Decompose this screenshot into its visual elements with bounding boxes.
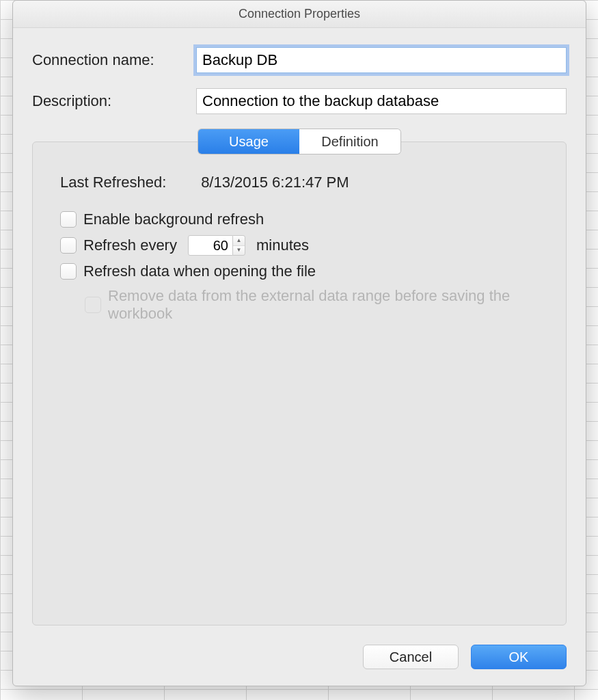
last-refreshed-label: Last Refreshed: (60, 174, 197, 191)
tab-definition[interactable]: Definition (299, 129, 400, 154)
refresh-every-suffix: minutes (256, 237, 309, 254)
remove-data-before-save-checkbox (85, 297, 101, 313)
refresh-interval-input[interactable] (188, 235, 233, 256)
dialog-title-text: Connection Properties (239, 7, 360, 21)
tab-panel-wrap: Usage Definition Last Refreshed: 8/13/20… (32, 129, 567, 625)
dialog-title: Connection Properties (13, 1, 586, 28)
stepper-buttons: ▲ ▼ (233, 235, 245, 256)
enable-background-refresh-checkbox[interactable] (60, 211, 77, 228)
refresh-every-row: Refresh every ▲ ▼ minutes (60, 235, 539, 256)
remove-data-before-save-label: Remove data from the external data range… (108, 287, 539, 323)
chevron-up-icon: ▲ (236, 237, 241, 243)
stepper-down-button[interactable]: ▼ (233, 246, 245, 256)
cancel-button[interactable]: Cancel (363, 645, 459, 669)
dialog-button-row: Cancel OK (13, 632, 586, 686)
chevron-down-icon: ▼ (236, 247, 241, 253)
refresh-interval-stepper: ▲ ▼ (188, 235, 245, 256)
last-refreshed-value: 8/13/2015 6:21:47 PM (201, 174, 349, 191)
usage-tab-panel: Last Refreshed: 8/13/2015 6:21:47 PM Ena… (32, 142, 567, 625)
tab-segmented-control: Usage Definition (198, 129, 400, 154)
enable-background-refresh-label: Enable background refresh (83, 211, 264, 228)
description-row: Description: (32, 88, 567, 114)
refresh-on-open-label: Refresh data when opening the file (83, 262, 316, 280)
refresh-every-prefix: Refresh every (83, 237, 177, 254)
ok-button[interactable]: OK (471, 645, 567, 669)
connection-name-row: Connection name: (32, 47, 567, 73)
last-refreshed-row: Last Refreshed: 8/13/2015 6:21:47 PM (60, 174, 539, 191)
connection-name-label: Connection name: (32, 51, 196, 69)
connection-name-input[interactable] (196, 47, 567, 73)
connection-properties-dialog: Connection Properties Connection name: D… (12, 0, 586, 686)
refresh-every-checkbox[interactable] (60, 237, 77, 254)
description-label: Description: (32, 92, 196, 110)
remove-data-before-save-row: Remove data from the external data range… (85, 287, 539, 323)
enable-background-refresh-row: Enable background refresh (60, 211, 539, 228)
refresh-on-open-checkbox[interactable] (60, 263, 77, 280)
description-input[interactable] (196, 88, 567, 114)
dialog-content: Connection name: Description: Usage Defi… (13, 28, 586, 632)
stepper-up-button[interactable]: ▲ (233, 236, 245, 246)
tab-usage[interactable]: Usage (198, 129, 299, 154)
refresh-on-open-row: Refresh data when opening the file (60, 262, 539, 280)
